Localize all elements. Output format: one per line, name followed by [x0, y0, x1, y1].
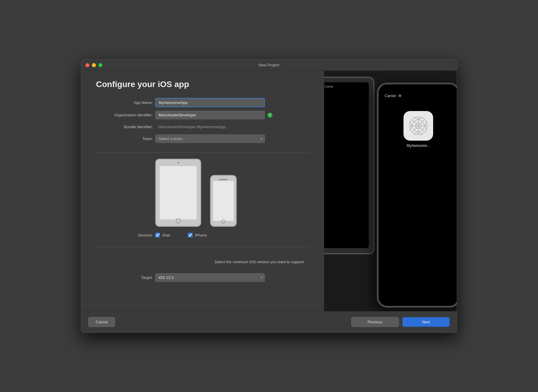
right-panel: Carrie Carrier ≋	[324, 71, 457, 311]
page-title: Configure your iOS app	[96, 80, 309, 89]
team-select-wrapper: Select a team... ▾	[155, 134, 265, 143]
window-title: New Project	[259, 63, 279, 67]
wifi-icon: ≋	[398, 93, 402, 98]
main-window: New Project Configure your iOS app App N…	[81, 59, 457, 333]
iphone-preview-screen: Carrier ≋	[379, 84, 457, 306]
org-id-input[interactable]	[155, 111, 265, 119]
iphone-device-illustration	[210, 175, 237, 227]
iphone-home-button	[221, 219, 225, 224]
target-row: Target: iOS 13.3 iOS 13.0 iOS 12.0 ▾	[96, 273, 309, 282]
bundle-id-row: Bundle Identifier: ManchesterDeveloper.M…	[96, 123, 309, 131]
device-illustrations	[155, 159, 237, 227]
devices-area: Devices: iPad iPhone	[96, 159, 309, 241]
team-select[interactable]: Select a team...	[155, 134, 265, 143]
help-icon[interactable]: ?	[267, 113, 273, 118]
cancel-button[interactable]: Cancel	[88, 317, 115, 327]
iphone-screen	[213, 181, 234, 221]
iphone-checkbox[interactable]	[188, 233, 193, 237]
org-id-wrapper: ?	[155, 111, 309, 119]
target-section: Select the minimum iOS version you want …	[96, 259, 309, 285]
ipad-device-illustration	[155, 159, 201, 227]
target-select[interactable]: iOS 13.3 iOS 13.0 iOS 12.0	[155, 273, 265, 282]
iphone-checkbox-label[interactable]: iPhone	[188, 233, 207, 237]
target-description: Select the minimum iOS version you want …	[214, 259, 309, 265]
bundle-id-value: ManchesterDeveloper.MyAwesomeApp	[155, 123, 265, 131]
iphone-status-bar: Carrier ≋	[379, 93, 457, 98]
app-name-row: App Name:	[96, 98, 309, 107]
ipad-checkbox[interactable]	[155, 233, 160, 237]
app-icon	[404, 111, 433, 141]
org-id-label: Organization Identifier:	[96, 113, 155, 117]
bottom-bar: Cancel Previous Next	[81, 311, 457, 332]
ipad-screen	[160, 166, 197, 219]
iphone-speaker	[219, 179, 228, 180]
ipad-preview-statusbar: Carrie	[324, 82, 369, 91]
app-name-preview: MyAwesome...	[407, 144, 430, 148]
ipad-preview-screen: Carrie	[324, 82, 369, 248]
left-panel: Configure your iOS app App Name: Organiz…	[81, 71, 324, 311]
divider-2	[96, 247, 309, 247]
target-label: Target:	[96, 275, 155, 280]
ipad-camera-icon	[177, 162, 179, 164]
org-id-row: Organization Identifier: ?	[96, 111, 309, 119]
carrier-text: Carrier	[385, 94, 396, 98]
app-icon-svg	[406, 114, 430, 138]
minimize-button[interactable]	[92, 63, 96, 67]
maximize-button[interactable]	[98, 63, 103, 67]
next-button[interactable]: Next	[402, 317, 450, 327]
close-button[interactable]	[85, 63, 89, 67]
target-desc-row: Select the minimum iOS version you want …	[96, 259, 309, 270]
ipad-label: iPad	[162, 233, 170, 237]
bottom-right-buttons: Previous Next	[351, 317, 450, 327]
app-name-label: App Name:	[96, 100, 155, 105]
bundle-id-label: Bundle Identifier:	[96, 125, 155, 129]
ipad-checkbox-label[interactable]: iPad	[155, 233, 170, 237]
iphone-preview: Carrier ≋	[377, 83, 457, 308]
iphone-label: iPhone	[195, 233, 207, 237]
previous-button[interactable]: Previous	[351, 317, 399, 327]
divider-1	[96, 152, 309, 153]
team-row: Team: Select a team... ▾	[96, 134, 309, 143]
iphone-app-area: MyAwesome...	[404, 111, 433, 148]
ipad-home-button	[176, 218, 181, 224]
target-select-wrapper: iOS 13.3 iOS 13.0 iOS 12.0 ▾	[155, 273, 265, 282]
window-content: Configure your iOS app App Name: Organiz…	[81, 71, 457, 311]
devices-row: Devices: iPad iPhone	[96, 233, 207, 237]
traffic-lights	[85, 63, 103, 67]
devices-label: Devices:	[96, 233, 155, 237]
team-label: Team:	[96, 136, 155, 141]
app-name-input[interactable]	[155, 98, 265, 107]
ipad-carrier-text: Carrie	[324, 85, 333, 88]
ipad-preview: Carrie	[324, 77, 374, 254]
title-bar: New Project	[81, 60, 457, 71]
